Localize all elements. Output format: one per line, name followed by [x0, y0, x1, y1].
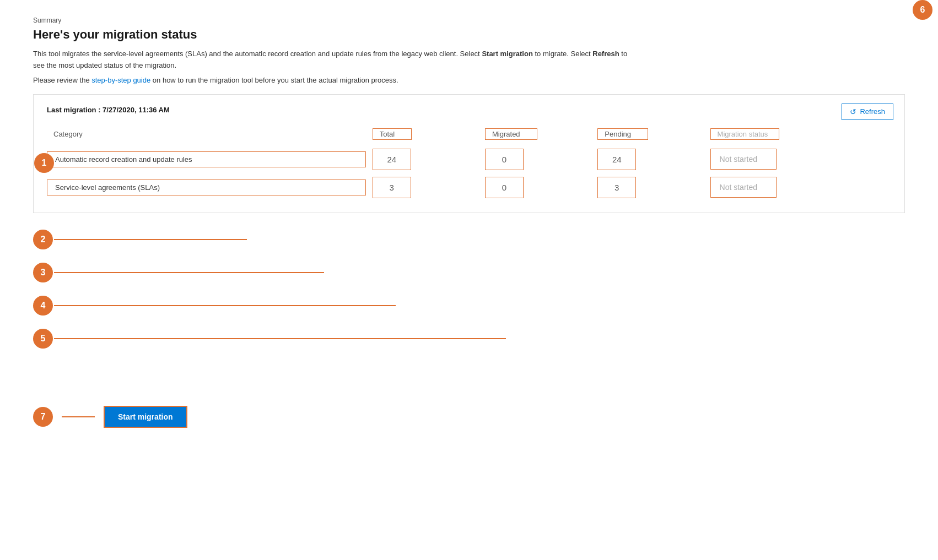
page-wrapper: 6 Summary Here's your migration status T…: [0, 0, 938, 444]
annotation-7-line: [62, 416, 95, 417]
annotation-2-line: [54, 239, 247, 240]
refresh-icon: ↺: [850, 107, 856, 116]
annotation-3-line: [54, 272, 324, 273]
total-cell-1: 24: [366, 145, 478, 173]
annotation-5: 5: [33, 329, 53, 349]
bottom-action-area: 7 Start migration: [33, 406, 905, 428]
annotation-3: 3: [33, 263, 53, 282]
status-cell-2: Not started: [704, 173, 891, 202]
col-header-status: Migration status: [704, 125, 891, 145]
annotation-row-4: 4: [33, 296, 396, 316]
col-header-total: Total: [366, 125, 478, 145]
col-header-migrated: Migrated: [478, 125, 591, 145]
annotation-4-line: [54, 305, 396, 306]
category-item-2: Service-level agreements (SLAs): [47, 180, 366, 195]
pending-cell-1: 24: [591, 145, 703, 173]
annotation-6: 6: [913, 0, 932, 20]
guide-text: Please review the step-by-step guide on …: [33, 76, 905, 84]
total-cell-2: 3: [366, 173, 478, 202]
annotation-4: 4: [33, 296, 53, 316]
last-migration-text: Last migration : 7/27/2020, 11:36 AM: [47, 106, 891, 114]
refresh-button[interactable]: ↺ Refresh: [842, 104, 893, 120]
migration-table: Category Total Migrated: [47, 125, 891, 202]
annotation-7: 7: [33, 407, 53, 427]
status-cell-1: Not started: [704, 145, 891, 173]
annotation-row-3: 3: [33, 263, 324, 282]
start-migration-button[interactable]: Start migration: [104, 406, 187, 428]
migration-panel: ↺ Refresh Last migration : 7/27/2020, 11…: [33, 94, 905, 213]
category-cell-1: Automatic record creation and update rul…: [47, 145, 366, 173]
category-cell-2: Service-level agreements (SLAs): [47, 173, 366, 202]
summary-label: Summary: [33, 17, 905, 24]
annotation-row-2: 2: [33, 230, 247, 249]
col-header-pending: Pending: [591, 125, 703, 145]
migration-table-container: Category Total Migrated: [47, 125, 891, 202]
page-title: Here's your migration status: [33, 28, 905, 42]
col-header-category: Category: [47, 125, 366, 145]
annotation-1-wrapper: 1: [34, 153, 54, 173]
annotation-row-5: 5: [33, 329, 506, 349]
annotation-2: 2: [33, 230, 53, 249]
migrated-cell-2: 0: [478, 173, 591, 202]
pending-cell-2: 3: [591, 173, 703, 202]
step-by-step-link[interactable]: step-by-step guide: [91, 76, 150, 84]
table-row: Automatic record creation and update rul…: [47, 145, 891, 173]
category-item-1: Automatic record creation and update rul…: [47, 151, 366, 167]
annotations-area: 2 3 4 5: [33, 230, 905, 373]
annotation-1: 1: [34, 153, 54, 173]
table-row: Service-level agreements (SLAs) 3 0: [47, 173, 891, 202]
description: This tool migrates the service-level agr…: [33, 48, 639, 72]
migrated-cell-1: 0: [478, 145, 591, 173]
annotation-5-line: [54, 338, 506, 339]
